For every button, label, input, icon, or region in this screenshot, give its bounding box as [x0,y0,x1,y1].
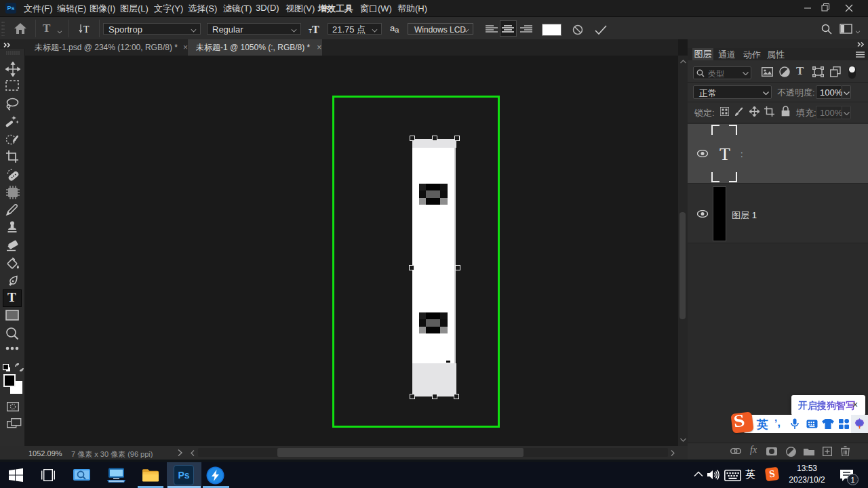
svg-text:T: T [719,144,730,164]
svg-text:T: T [83,24,90,35]
